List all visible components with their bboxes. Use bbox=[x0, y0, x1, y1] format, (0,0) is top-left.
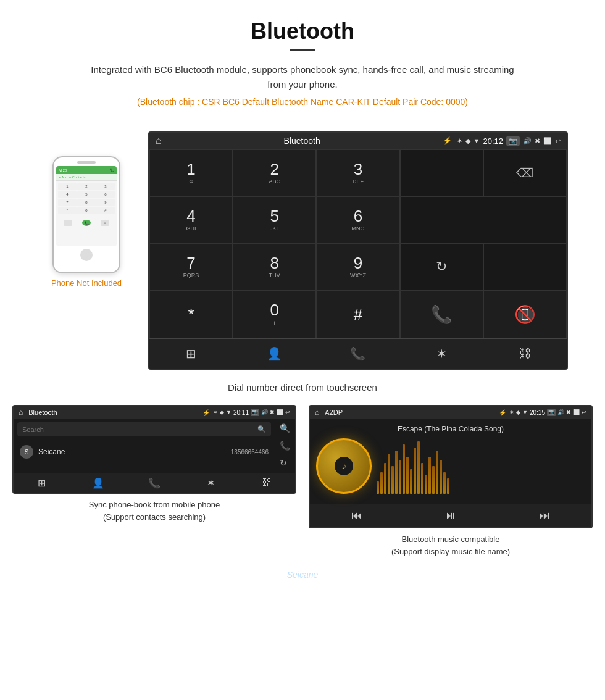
dial-call-button[interactable]: 📞 bbox=[400, 290, 483, 338]
dial-display-area bbox=[400, 149, 483, 196]
pb-bt-bottom-icon[interactable]: ✶ bbox=[183, 477, 239, 489]
hu-signal-icon: ▼ bbox=[474, 137, 480, 144]
music-camera-icon[interactable]: 📷 bbox=[547, 409, 556, 416]
pb-close-icon[interactable]: ✖ bbox=[270, 409, 275, 416]
hu-camera-icon[interactable]: 📷 bbox=[506, 136, 520, 146]
music-window-icon[interactable]: ⬜ bbox=[573, 409, 580, 416]
dialpad-grid: 1 ∞ 2 ABC 3 DEF ⌫ 4 GHI 5 JKL bbox=[149, 149, 567, 338]
hu-contacts-icon[interactable]: 👤 bbox=[233, 344, 316, 364]
dial-key-3[interactable]: 3 DEF bbox=[316, 149, 399, 196]
phone-home-button[interactable] bbox=[80, 249, 93, 261]
dial-key-8[interactable]: 8 TUV bbox=[233, 243, 316, 290]
dial-digit-4: 4 bbox=[186, 208, 195, 224]
phone-key-8[interactable]: 8 bbox=[77, 199, 96, 206]
dial-key-2[interactable]: 2 ABC bbox=[233, 149, 316, 196]
phone-key-1[interactable]: 1 bbox=[58, 183, 77, 190]
hu-volume-icon[interactable]: 🔊 bbox=[523, 137, 532, 145]
phone-add-contact: + Add to Contacts bbox=[56, 174, 117, 181]
pb-search-bar[interactable]: Search 🔍 bbox=[17, 422, 271, 436]
dial-key-9[interactable]: 9 WXYZ bbox=[316, 243, 399, 290]
hu-call-log-icon[interactable]: 📞 bbox=[316, 344, 399, 364]
pb-phone-right-icon[interactable]: 📞 bbox=[280, 441, 290, 451]
phone-bottom-bar: ← 📞 ≡ bbox=[56, 217, 117, 228]
dial-key-7[interactable]: 7 PQRS bbox=[149, 243, 233, 290]
dial-key-star[interactable]: * bbox=[149, 290, 233, 338]
hu-link-icon[interactable]: ⛓ bbox=[483, 344, 567, 364]
phone-back-key[interactable]: ← bbox=[64, 220, 72, 226]
hu-home-icon[interactable]: ⌂ bbox=[156, 135, 162, 146]
dial-key-4[interactable]: 4 GHI bbox=[149, 196, 233, 243]
viz-bar-20 bbox=[447, 478, 449, 494]
phone-key-7[interactable]: 7 bbox=[58, 199, 77, 206]
phone-call-key[interactable]: 📞 bbox=[82, 220, 91, 226]
hu-screen-title: Bluetooth bbox=[167, 136, 438, 146]
hu-dialpad-icon[interactable]: ⊞ bbox=[149, 344, 233, 364]
hu-back-icon[interactable]: ↩ bbox=[555, 137, 561, 145]
bottom-screens: ⌂ Bluetooth ⚡ ✶ ◆ ▼ 20:11 📷 🔊 ✖ ⬜ ↩ bbox=[0, 405, 605, 570]
phone-time: 📞 bbox=[110, 168, 114, 172]
phone-key-6[interactable]: 6 bbox=[96, 191, 115, 198]
pb-contacts-bottom-icon[interactable]: 👤 bbox=[70, 477, 126, 489]
dial-sub-8: TUV bbox=[269, 272, 280, 278]
phone-screen-header: M:20 📞 bbox=[56, 166, 117, 174]
music-bt-icon: ✶ bbox=[509, 409, 514, 416]
music-volume-icon[interactable]: 🔊 bbox=[557, 409, 564, 416]
hu-bluetooth-icon[interactable]: ✶ bbox=[400, 344, 483, 364]
music-next-button[interactable]: ⏭ bbox=[533, 509, 556, 522]
pb-back-icon[interactable]: ↩ bbox=[285, 409, 290, 416]
main-screen-area: M:20 📞 + Add to Contacts 1 2 3 4 5 6 7 8… bbox=[0, 125, 605, 376]
phone-key-star[interactable]: * bbox=[58, 207, 77, 214]
pb-refresh-right-icon[interactable]: ↻ bbox=[280, 458, 290, 468]
music-home-icon[interactable]: ⌂ bbox=[315, 408, 319, 417]
dial-sub-9: WXYZ bbox=[350, 272, 366, 278]
dial-digit-8: 8 bbox=[270, 255, 279, 271]
phone-menu-key[interactable]: ≡ bbox=[101, 220, 109, 226]
phone-key-3[interactable]: 3 bbox=[96, 183, 115, 190]
music-time: 20:15 bbox=[530, 409, 545, 416]
pb-home-icon[interactable]: ⌂ bbox=[19, 408, 23, 417]
pb-camera-icon[interactable]: 📷 bbox=[251, 409, 259, 416]
hu-window-icon[interactable]: ⬜ bbox=[543, 137, 552, 145]
viz-bar-12 bbox=[417, 441, 420, 494]
pb-call-log-bottom-icon[interactable]: 📞 bbox=[126, 477, 182, 489]
music-prev-button[interactable]: ⏮ bbox=[345, 509, 369, 522]
phone-key-4[interactable]: 4 bbox=[58, 191, 77, 198]
dial-backspace-button[interactable]: ⌫ bbox=[483, 149, 567, 196]
pb-right-icons: 🔍 📞 ↻ bbox=[275, 419, 295, 473]
viz-bar-16 bbox=[432, 466, 435, 494]
viz-bar-14 bbox=[425, 475, 427, 494]
music-play-pause-button[interactable]: ⏯ bbox=[439, 509, 462, 522]
viz-bar-18 bbox=[440, 460, 442, 494]
hu-bottom-toolbar: ⊞ 👤 📞 ✶ ⛓ bbox=[149, 338, 567, 369]
page-title: Bluetooth bbox=[12, 19, 593, 44]
phone-key-0[interactable]: 0 bbox=[77, 207, 96, 214]
phone-speaker bbox=[77, 161, 96, 164]
dial-refresh-button[interactable]: ↻ bbox=[400, 243, 483, 290]
pb-window-icon[interactable]: ⬜ bbox=[277, 409, 283, 416]
dial-digit-7: 7 bbox=[186, 255, 195, 271]
dial-key-0[interactable]: 0 + bbox=[233, 290, 316, 338]
phone-key-2[interactable]: 2 bbox=[77, 183, 96, 190]
dial-key-hash[interactable]: # bbox=[316, 290, 399, 338]
dial-hangup-button[interactable]: 📵 bbox=[483, 290, 567, 338]
pb-dialpad-icon[interactable]: ⊞ bbox=[14, 477, 70, 489]
dial-key-1[interactable]: 1 ∞ bbox=[149, 149, 233, 196]
music-close-icon[interactable]: ✖ bbox=[566, 409, 571, 416]
pb-contact-row[interactable]: S Seicane 13566664466 bbox=[14, 440, 275, 464]
music-screen: ⌂ A2DP ⚡ ✶ ◆ ▼ 20:15 📷 🔊 ✖ ⬜ ↩ Escape (T… bbox=[309, 405, 593, 528]
pb-search-right-icon[interactable]: 🔍 bbox=[280, 423, 290, 433]
dial-key-6[interactable]: 6 MNO bbox=[316, 196, 399, 243]
phone-key-9[interactable]: 9 bbox=[96, 199, 115, 206]
music-title: A2DP bbox=[322, 409, 496, 416]
music-caption-line1: Bluetooth music compatible bbox=[402, 535, 500, 544]
music-back-icon[interactable]: ↩ bbox=[582, 409, 586, 416]
dial-key-5[interactable]: 5 JKL bbox=[233, 196, 316, 243]
pb-search-icon[interactable]: 🔍 bbox=[257, 425, 266, 433]
music-visualizer bbox=[372, 438, 585, 494]
pb-link-bottom-icon[interactable]: ⛓ bbox=[239, 477, 295, 489]
phone-key-5[interactable]: 5 bbox=[77, 191, 96, 198]
hu-location-icon: ◆ bbox=[465, 137, 470, 145]
hu-close-icon[interactable]: ✖ bbox=[535, 137, 540, 145]
pb-volume-icon[interactable]: 🔊 bbox=[261, 409, 268, 416]
phone-key-hash[interactable]: # bbox=[96, 207, 115, 214]
